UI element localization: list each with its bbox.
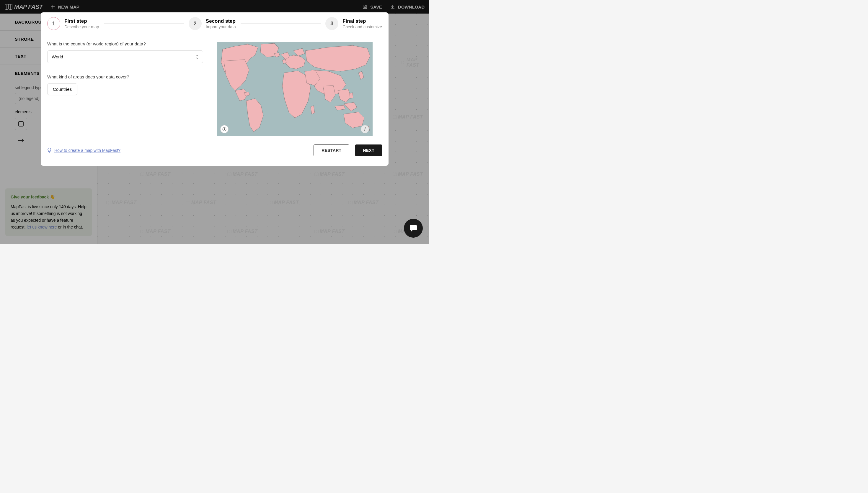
step-1-sub: Describe your map [64, 24, 99, 29]
wizard-steps: 1 First step Describe your map 2 Second … [41, 13, 388, 35]
step-3-sub: Check and customize [342, 24, 382, 29]
step-divider [241, 23, 321, 24]
restart-button[interactable]: RESTART [314, 145, 349, 156]
region-value: World [52, 54, 63, 59]
step-3-number: 3 [325, 17, 338, 30]
step-2-sub: Import your data [206, 24, 236, 29]
region-select[interactable]: World [47, 50, 203, 63]
map-info-button[interactable]: i [361, 125, 369, 133]
world-map-svg [217, 42, 372, 136]
map-preview: i [217, 42, 372, 136]
map-compass-button[interactable] [220, 125, 228, 133]
next-button[interactable]: NEXT [355, 145, 382, 156]
step-1: 1 First step Describe your map [47, 17, 99, 30]
compass-icon [222, 127, 226, 131]
chat-icon [409, 224, 418, 232]
step-1-title: First step [64, 18, 99, 24]
step-1-number: 1 [47, 17, 60, 30]
wizard-modal: 1 First step Describe your map 2 Second … [41, 13, 388, 166]
step-2-title: Second step [206, 18, 236, 24]
step-2-number: 2 [189, 17, 202, 30]
region-question: What is the country (or world region) of… [47, 41, 203, 46]
step-divider [104, 23, 184, 24]
lightbulb-icon [47, 148, 52, 153]
help-link-text: How to create a map with MapFast? [54, 148, 120, 153]
area-option-countries[interactable]: Countries [47, 83, 77, 95]
chat-fab[interactable] [404, 219, 423, 238]
chevron-updown-icon [196, 55, 199, 59]
area-question: What kind of areas does your data cover? [47, 74, 203, 79]
step-2: 2 Second step Import your data [189, 17, 236, 30]
info-icon: i [364, 127, 365, 131]
step-3: 3 Final step Check and customize [325, 17, 382, 30]
help-link[interactable]: How to create a map with MapFast? [47, 148, 120, 153]
step-3-title: Final step [342, 18, 382, 24]
